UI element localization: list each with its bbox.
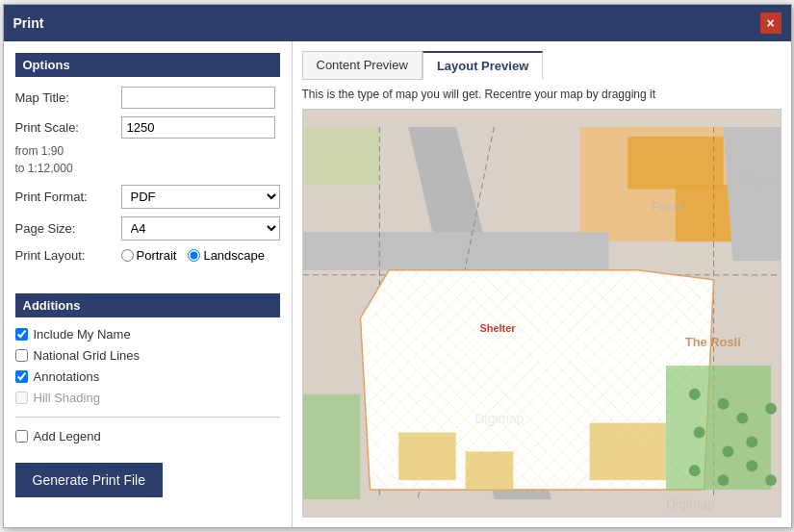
svg-point-31 (717, 474, 729, 486)
right-panel: Content Preview Layout Preview This is t… (293, 41, 791, 527)
svg-point-25 (736, 413, 748, 424)
print-dialog: Print × Options Map Title: Print Scale: (3, 4, 792, 528)
svg-rect-22 (303, 394, 361, 499)
add-legend-label: Add Legend (34, 429, 101, 443)
include-my-name-checkbox[interactable] (15, 328, 28, 341)
svg-rect-5 (303, 127, 379, 185)
svg-point-29 (765, 403, 777, 415)
svg-point-28 (746, 436, 757, 447)
svg-point-30 (688, 465, 700, 476)
tab-bar: Content Preview Layout Preview (302, 51, 781, 80)
svg-rect-20 (589, 423, 665, 481)
map-svg: Posts Shelter The Rosli Dig... Digimap D… (303, 110, 781, 517)
map-title-row: Map Title: (15, 87, 280, 109)
svg-rect-21 (665, 366, 770, 490)
portrait-label: Portrait (137, 248, 177, 263)
page-size-label: Page Size: (15, 221, 121, 236)
tab-content-preview[interactable]: Content Preview (302, 51, 423, 80)
include-my-name-label: Include My Name (34, 327, 131, 342)
print-layout-row: Print Layout: Portrait Landscape (15, 248, 280, 263)
svg-text:Shelter: Shelter (479, 322, 516, 334)
print-format-row: Print Format: PDF PNG JPEG (15, 185, 280, 209)
valid-range-to: to 1:12,000 (15, 162, 73, 175)
dialog-title: Print (13, 15, 44, 31)
hill-shading-item: Hill Shading (15, 391, 280, 405)
tab-layout-preview[interactable]: Layout Preview (423, 51, 543, 80)
svg-point-32 (746, 460, 757, 471)
map-preview[interactable]: Posts Shelter The Rosli Dig... Digimap D… (302, 109, 781, 518)
close-button[interactable]: × (760, 13, 781, 34)
annotations-label: Annotations (34, 369, 100, 384)
national-grid-lines-checkbox[interactable] (15, 349, 28, 362)
layout-radio-group: Portrait Landscape (121, 248, 266, 263)
landscape-label: Landscape (203, 248, 265, 263)
svg-rect-18 (398, 433, 456, 481)
svg-rect-3 (628, 137, 723, 190)
svg-point-33 (765, 474, 777, 486)
svg-text:The Rosli: The Rosli (684, 335, 740, 349)
annotations-item: Annotations (15, 369, 280, 384)
legend-row: Add Legend (15, 429, 280, 443)
national-grid-lines-label: National Grid Lines (34, 348, 141, 363)
svg-point-26 (693, 427, 704, 439)
print-scale-row: Print Scale: (15, 116, 280, 139)
svg-rect-19 (465, 451, 513, 490)
print-scale-label: Print Scale: (15, 120, 121, 135)
valid-range-from: from 1:90 (15, 144, 64, 158)
svg-point-23 (688, 389, 700, 400)
divider (15, 417, 280, 418)
dialog-title-bar: Print × (4, 5, 791, 41)
svg-point-27 (722, 445, 733, 457)
print-format-select[interactable]: PDF PNG JPEG (121, 185, 280, 209)
portrait-option[interactable]: Portrait (121, 248, 177, 263)
national-grid-lines-item: National Grid Lines (15, 348, 280, 363)
generate-print-file-button[interactable]: Generate Print File (15, 463, 164, 497)
additions-section: Additions Include My Name National Grid … (15, 293, 280, 443)
tab-hint: This is the type of map you will get. Re… (302, 88, 781, 101)
left-panel: Options Map Title: Print Scale: from 1:9… (4, 41, 293, 527)
page-size-select[interactable]: A4 A3 A2 A1 (121, 216, 280, 241)
include-my-name-item: Include My Name (15, 327, 280, 342)
hill-shading-label: Hill Shading (34, 391, 100, 405)
landscape-option[interactable]: Landscape (188, 248, 265, 263)
svg-marker-8 (723, 127, 781, 261)
svg-text:Digimap: Digimap (474, 411, 524, 426)
svg-text:Digimap: Digimap (665, 496, 714, 512)
annotations-checkbox[interactable] (15, 370, 28, 383)
svg-rect-7 (303, 232, 608, 270)
landscape-radio[interactable] (188, 249, 200, 262)
page-size-row: Page Size: A4 A3 A2 A1 (15, 216, 280, 241)
portrait-radio[interactable] (121, 249, 134, 262)
map-title-label: Map Title: (15, 90, 121, 105)
svg-text:Posts: Posts (652, 199, 682, 214)
map-title-input[interactable] (121, 87, 275, 109)
hill-shading-checkbox[interactable] (15, 392, 28, 404)
svg-text:Dig...: Dig... (742, 173, 771, 188)
dialog-body: Options Map Title: Print Scale: from 1:9… (4, 41, 791, 527)
additions-section-title: Additions (15, 293, 280, 317)
valid-range: from 1:90 to 1:12,000 (15, 142, 280, 177)
add-legend-checkbox[interactable] (15, 430, 28, 443)
options-section: Options Map Title: Print Scale: from 1:9… (15, 53, 280, 270)
options-section-title: Options (15, 53, 280, 77)
print-scale-input[interactable] (121, 116, 275, 139)
svg-point-24 (717, 398, 729, 410)
print-format-label: Print Format: (15, 190, 121, 204)
print-layout-label: Print Layout: (15, 248, 121, 263)
